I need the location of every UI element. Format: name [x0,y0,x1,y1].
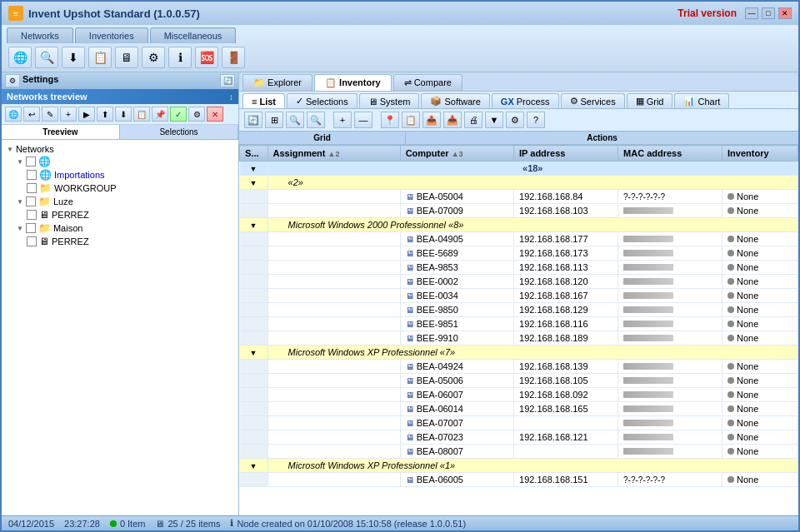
minimize-button[interactable]: — [745,7,758,19]
toolbar-icon-exit[interactable]: 🚪 [222,47,245,68]
grid-btn-refresh[interactable]: 🔄 [244,112,262,128]
table-row[interactable]: ▼ Microsoft Windows XP Professionnel «1» [240,459,798,473]
tree-item-luze-expand[interactable]: ▼ 📁 Luze [15,195,235,208]
inventory-tab-label: Inventory [339,77,381,87]
tv-btn-6[interactable]: ⬆ [97,107,113,122]
tab-selections[interactable]: Selections [120,125,238,139]
subtab-grid[interactable]: ▦ Grid [627,93,673,108]
table-row[interactable]: 🖥 BEE-5689 192.168.168.173 None [240,246,798,261]
grid-btn-columns[interactable]: ⊞ [265,112,283,128]
tv-btn-check[interactable]: ✓ [170,107,187,122]
table-row[interactable]: 🖥 BEA-06014 192.168.168.165 None [240,402,798,416]
table-row[interactable]: 🖥 BEA-05006 192.168.168.105 None [240,374,798,388]
table-row[interactable]: ▼ Microsoft Windows XP Professionnel «7» [240,346,798,360]
subtab-system[interactable]: 🖥 System [359,93,420,108]
table-row[interactable]: ▼ «18» [240,162,798,176]
tv-btn-8[interactable]: 📋 [133,107,150,122]
table-row[interactable]: 🖥 BEE-9850 192.168.168.129 None [240,303,798,317]
close-button[interactable]: ✕ [778,7,792,19]
tab-treeview[interactable]: Treeview [2,125,120,139]
table-row[interactable]: 🖥 BEA-06005 192.168.168.151 ?-?-?-?-?-? … [240,473,798,487]
app-icon: ≡ [8,6,23,21]
table-row[interactable]: 🖥 BEE-0002 192.168.168.120 None [240,275,798,289]
grid-btn-minus[interactable]: — [354,112,372,128]
grid-btn-help[interactable]: ? [527,112,545,128]
table-row[interactable]: 🖥 BEA-08007 None [240,445,798,459]
tab-explorer[interactable]: 📁 Explorer [242,74,312,91]
tree-item-maison-expand[interactable]: ▼ 📁 Maison [15,221,235,235]
table-row[interactable]: 🖥 BEE-0034 192.168.168.167 None [240,289,798,303]
col-header-mac[interactable]: MAC address [618,146,722,162]
grid-btn-add[interactable]: + [333,112,352,128]
grid-btn-settings[interactable]: ⚙ [506,112,524,128]
subtab-selections[interactable]: ✓ Selections [287,93,358,108]
tree-item-perrez-1[interactable]: 🖥 PERREZ [25,208,235,221]
tv-btn-delete[interactable]: ✕ [207,107,223,122]
nav-tab-networks[interactable]: Networks [7,27,73,43]
grid-btn-zoom-out[interactable]: 🔍 [307,112,325,128]
panel-refresh-icon[interactable]: 🔄 [220,74,235,87]
toolbar-icon-info[interactable]: ℹ [168,47,192,68]
expand-networks[interactable]: ▼ [7,146,13,153]
tv-btn-5[interactable]: ▶ [78,107,95,122]
table-row[interactable]: 🖥 BEA-05004 192.168.168.84 ?-?-?-?-?-? N… [240,190,798,204]
tv-btn-9[interactable]: 📌 [152,107,168,122]
panel-icon-settings[interactable]: ⚙ [5,74,20,87]
table-row[interactable]: 🖥 BEA-04905 192.168.168.177 None [240,232,798,246]
table-row[interactable]: 🖥 BEA-06007 192.168.168.092 None [240,388,798,402]
tree-content[interactable]: ▼ Networks ▼ 🌐 🌐 Importations [2,140,238,515]
subtab-software[interactable]: 📦 Software [421,93,489,108]
subtab-chart[interactable]: 📊 Chart [674,93,729,108]
tab-compare[interactable]: ⇌ Compare [393,74,462,91]
table-row[interactable]: 🖥 BEE-9910 192.168.168.189 None [240,331,798,346]
subtab-process[interactable]: GX Process [492,93,559,108]
table-row[interactable]: 🖥 BEA-07007 None [240,416,798,430]
grid-btn-filter[interactable]: ▼ [485,112,503,128]
tree-label-workgroup: WORKGROUP [54,183,117,193]
col-header-s[interactable]: S... [240,146,268,162]
col-header-inventory[interactable]: Inventory [722,146,798,162]
subtab-services[interactable]: ⚙ Services [561,93,625,108]
main-toolbar: Networks Inventories Miscellaneous 🌐 🔍 ⬇… [2,25,798,72]
grid-btn-zoom-in[interactable]: 🔍 [286,112,304,128]
toolbar-icon-monitor[interactable]: 🖥 [115,47,138,68]
grid-btn-print[interactable]: 🖨 [464,112,482,128]
table-row[interactable]: 🖥 BEA-07009 192.168.168.103 None [240,204,798,218]
toolbar-icon-clipboard[interactable]: 📋 [88,47,112,68]
toolbar-icon-settings[interactable]: ⚙ [142,47,165,68]
tv-btn-config[interactable]: ⚙ [188,107,205,122]
col-header-assignment[interactable]: Assignment ▲2 [268,146,400,162]
col-header-computer[interactable]: Computer ▲3 [400,146,513,162]
table-row[interactable]: ▼ Microsoft Windows 2000 Professionnel «… [240,218,798,232]
data-grid[interactable]: S... Assignment ▲2 Computer ▲3 [239,145,798,515]
toolbar-icon-globe[interactable]: 🌐 [8,47,32,68]
table-row[interactable]: 🖥 BEA-9853 192.168.168.113 None [240,261,798,275]
toolbar-icon-help[interactable]: 🆘 [195,47,218,68]
table-row[interactable]: 🖥 BEA-07023 192.168.168.121 None [240,430,798,445]
nav-tab-miscellaneous[interactable]: Miscellaneous [150,27,237,43]
grid-btn-import[interactable]: 📥 [443,112,462,128]
toolbar-icon-search[interactable]: 🔍 [35,47,58,68]
table-row[interactable]: 🖥 BEE-9851 192.168.168.116 None [240,317,798,331]
tab-inventory[interactable]: 📋 Inventory [314,74,392,91]
tv-btn-3[interactable]: ✎ [42,107,58,122]
tv-btn-1[interactable]: 🌐 [5,107,22,122]
grid-btn-copy[interactable]: 📋 [402,112,420,128]
subtab-list[interactable]: ≡ List [242,93,285,108]
tree-item-workgroup[interactable]: 📁 WORKGROUP [25,181,235,195]
tv-btn-7[interactable]: ⬇ [115,107,132,122]
tree-item-expand-1[interactable]: ▼ 🌐 [15,155,235,168]
maximize-button[interactable]: □ [762,7,775,19]
grid-btn-location[interactable]: 📍 [381,112,399,128]
tv-btn-4[interactable]: + [60,107,77,122]
tree-item-perrez-2[interactable]: 🖥 PERREZ [25,235,235,248]
tv-btn-2[interactable]: ↩ [23,107,40,122]
col-header-ip[interactable]: IP address [514,146,618,162]
toolbar-icon-download[interactable]: ⬇ [62,47,85,68]
table-row[interactable]: ▼ «2» [240,176,798,190]
tree-item-importations[interactable]: 🌐 Importations [25,168,235,181]
tree-networks-root[interactable]: ▼ Networks [5,143,235,155]
table-row[interactable]: 🖥 BEA-04924 192.168.168.139 None [240,360,798,374]
nav-tab-inventories[interactable]: Inventories [75,27,148,43]
grid-btn-export[interactable]: 📤 [422,112,441,128]
